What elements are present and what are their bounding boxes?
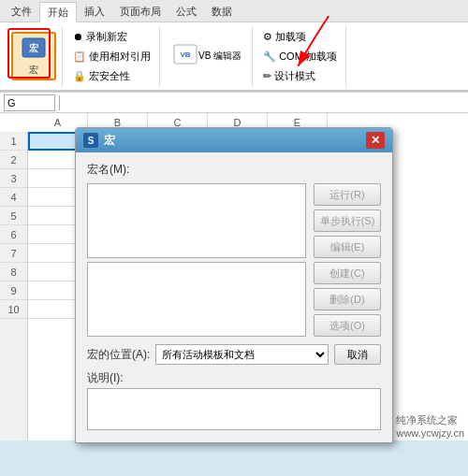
cancel-button[interactable]: 取消 bbox=[334, 344, 381, 365]
dialog-main: 运行(R) 单步执行(S) 编辑(E) 创建(C) 删除(D) 选项(O) bbox=[87, 183, 381, 337]
record-macro-button[interactable]: ⏺ 录制新宏 bbox=[68, 27, 155, 46]
delete-button[interactable]: 删除(D) bbox=[314, 288, 381, 310]
ribbon-content: 宏 宏 ⏺ 录制新宏 📋 使用相对引用 🔒 宏安全性 bbox=[0, 22, 468, 92]
tab-page-layout[interactable]: 页面布局 bbox=[112, 2, 168, 22]
name-box-input[interactable] bbox=[4, 94, 55, 111]
desc-label: 说明(I): bbox=[87, 371, 124, 384]
record-label: 录制新宏 bbox=[86, 30, 127, 44]
macro-label: 宏 bbox=[29, 64, 38, 77]
tab-data[interactable]: 数据 bbox=[204, 2, 240, 22]
dialog-overlay: S 宏 ✕ 宏名(M): bbox=[0, 113, 468, 440]
tab-start[interactable]: 开始 bbox=[39, 2, 77, 22]
security-icon: 🔒 bbox=[73, 70, 86, 82]
formula-divider bbox=[59, 95, 60, 110]
dialog-body: 宏名(M): 运行(R) 单步执行(S) 编辑(E) 创建(C) 删除(D) bbox=[76, 152, 392, 442]
ribbon-group-macro: 宏 宏 bbox=[6, 26, 63, 87]
dialog-titlebar: S 宏 ✕ bbox=[76, 128, 392, 152]
dialog-left bbox=[87, 183, 306, 337]
macro-button[interactable]: 宏 宏 bbox=[11, 32, 56, 80]
location-label: 宏的位置(A): bbox=[87, 347, 150, 363]
dialog-action-buttons: 运行(R) 单步执行(S) 编辑(E) 创建(C) 删除(D) 选项(O) bbox=[314, 183, 381, 337]
design-icon: ✏ bbox=[263, 70, 271, 82]
desc-textarea[interactable] bbox=[87, 388, 381, 430]
macro-security-button[interactable]: 🔒 宏安全性 bbox=[68, 66, 155, 85]
ribbon: 文件 开始 插入 页面布局 公式 数据 宏 宏 ⏺ 录制新宏 bbox=[0, 0, 468, 93]
macro-name-row: 宏名(M): bbox=[87, 162, 381, 178]
dialog-title: 宏 bbox=[104, 133, 115, 149]
vb-label: VB 编辑器 bbox=[198, 50, 241, 63]
vb-icon: VB bbox=[172, 43, 198, 69]
ribbon-group-macro-tools: ⏺ 录制新宏 📋 使用相对引用 🔒 宏安全性 bbox=[65, 26, 160, 87]
location-select[interactable]: 所有活动模板和文档 bbox=[155, 344, 329, 365]
options-button[interactable]: 选项(O) bbox=[314, 314, 381, 337]
vb-editor-button[interactable]: VB VB 编辑器 bbox=[166, 32, 248, 80]
dialog-close-button[interactable]: ✕ bbox=[366, 132, 385, 149]
addins-icon: ⚙ bbox=[263, 31, 272, 43]
svg-text:VB: VB bbox=[180, 50, 190, 59]
ribbon-tab-bar: 文件 开始 插入 页面布局 公式 数据 bbox=[0, 0, 468, 22]
macro-list[interactable] bbox=[87, 262, 306, 337]
com-icon: 🔧 bbox=[263, 50, 276, 63]
run-button[interactable]: 运行(R) bbox=[314, 183, 381, 206]
use-relative-button[interactable]: 📋 使用相对引用 bbox=[68, 47, 155, 65]
relative-icon: 📋 bbox=[73, 50, 86, 63]
dialog-icon: S bbox=[83, 133, 98, 148]
dialog-desc-row: 说明(I): bbox=[87, 370, 381, 433]
ribbon-group-vb: VB VB 编辑器 bbox=[162, 26, 253, 87]
macro-name-label: 宏名(M): bbox=[87, 162, 129, 178]
tab-formula[interactable]: 公式 bbox=[168, 2, 204, 22]
relative-label: 使用相对引用 bbox=[89, 50, 151, 64]
step-execute-button[interactable]: 单步执行(S) bbox=[314, 209, 381, 232]
tab-file[interactable]: 文件 bbox=[4, 2, 39, 22]
create-button[interactable]: 创建(C) bbox=[314, 262, 381, 284]
edit-button[interactable]: 编辑(E) bbox=[314, 236, 381, 258]
tab-insert[interactable]: 插入 bbox=[77, 2, 112, 22]
formula-bar bbox=[0, 93, 468, 113]
dialog-location-row: 宏的位置(A): 所有活动模板和文档 取消 bbox=[87, 344, 381, 365]
svg-text:宏: 宏 bbox=[28, 43, 38, 53]
macro-icon: 宏 bbox=[19, 36, 49, 64]
macro-name-input[interactable] bbox=[87, 183, 306, 258]
record-icon: ⏺ bbox=[73, 31, 83, 42]
macro-dialog: S 宏 ✕ 宏名(M): bbox=[75, 127, 393, 443]
dialog-title-left: S 宏 bbox=[83, 133, 115, 149]
security-label: 宏安全性 bbox=[89, 69, 130, 83]
spreadsheet: A B C D E 1 2 3 4 5 6 7 8 9 10 bbox=[0, 113, 468, 440]
